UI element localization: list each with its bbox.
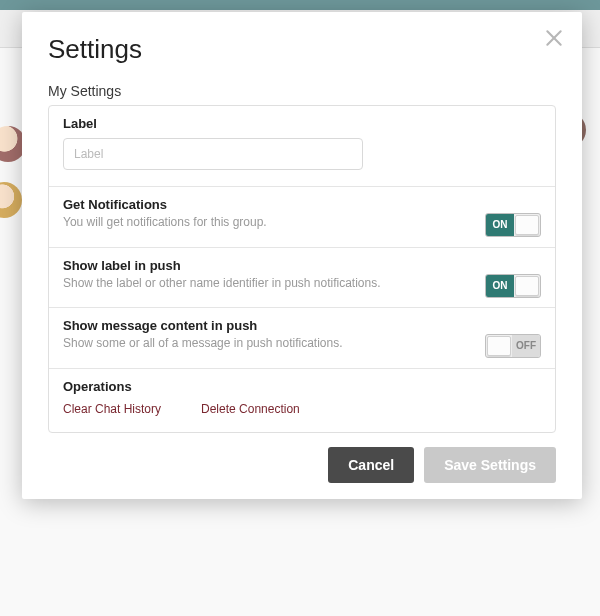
- section-label: Label: [49, 106, 555, 187]
- save-settings-button[interactable]: Save Settings: [424, 447, 556, 483]
- toggle-label-push[interactable]: ON: [485, 274, 541, 298]
- toggle-knob: [515, 215, 539, 235]
- section-notifications: Get Notifications You will get notificat…: [49, 187, 555, 248]
- delete-connection-link[interactable]: Delete Connection: [201, 402, 300, 416]
- toggle-state-label: OFF: [512, 335, 540, 357]
- clear-chat-history-link[interactable]: Clear Chat History: [63, 402, 161, 416]
- operation-links: Clear Chat History Delete Connection: [63, 402, 541, 416]
- toggle-knob: [515, 276, 539, 296]
- section-label-push: Show label in push Show the label or oth…: [49, 248, 555, 309]
- label-input[interactable]: [63, 138, 363, 170]
- cancel-button[interactable]: Cancel: [328, 447, 414, 483]
- settings-modal: Settings My Settings Label Get Notificat…: [22, 12, 582, 499]
- toggle-state-label: ON: [486, 275, 514, 297]
- section-desc: Show some or all of a message in push no…: [63, 336, 423, 352]
- settings-list: Label Get Notifications You will get not…: [48, 105, 556, 433]
- close-icon[interactable]: [544, 28, 564, 48]
- modal-actions: Cancel Save Settings: [48, 447, 556, 483]
- section-desc: You will get notifications for this grou…: [63, 215, 423, 231]
- modal-title: Settings: [48, 34, 556, 65]
- section-content-push: Show message content in push Show some o…: [49, 308, 555, 369]
- modal-subheader: My Settings: [48, 83, 556, 99]
- section-title: Show message content in push: [63, 318, 541, 333]
- section-operations: Operations Clear Chat History Delete Con…: [49, 369, 555, 432]
- section-title: Label: [63, 116, 541, 131]
- section-title: Get Notifications: [63, 197, 541, 212]
- toggle-state-label: ON: [486, 214, 514, 236]
- toggle-content-push[interactable]: OFF: [485, 334, 541, 358]
- section-title: Show label in push: [63, 258, 541, 273]
- toggle-knob: [487, 336, 511, 356]
- section-desc: Show the label or other name identifier …: [63, 276, 423, 292]
- section-title: Operations: [63, 379, 541, 394]
- toggle-notifications[interactable]: ON: [485, 213, 541, 237]
